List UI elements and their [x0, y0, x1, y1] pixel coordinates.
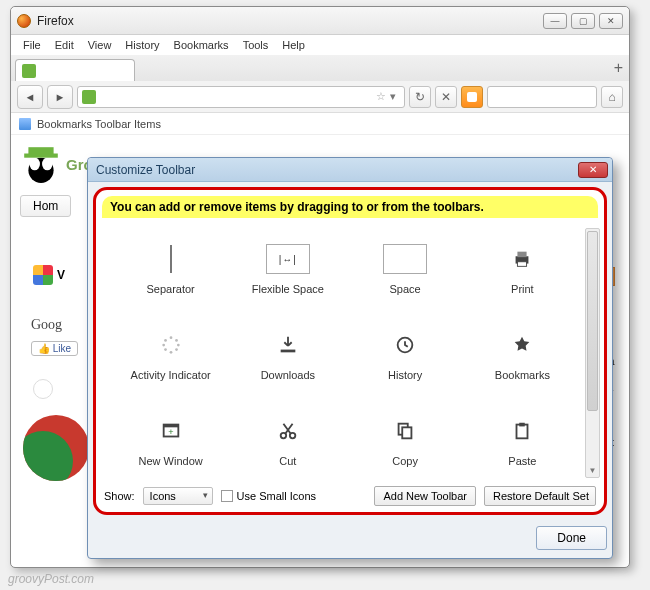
menu-help[interactable]: Help [276, 37, 311, 53]
history-icon [394, 334, 416, 356]
tab-active[interactable] [15, 59, 135, 81]
svg-point-8 [169, 336, 172, 339]
reddit-icon[interactable] [33, 379, 53, 399]
svg-rect-16 [281, 350, 296, 353]
download-icon [277, 334, 299, 356]
page-heading-fragment: Goog [31, 317, 62, 333]
bookmarks-toolbar-label: Bookmarks Toolbar Items [37, 118, 161, 130]
bookmarks-star-icon [511, 334, 533, 356]
nav-toolbar: ◄ ► ☆ ▾ ↻ ✕ ⌂ [11, 81, 629, 113]
svg-point-14 [162, 344, 165, 347]
item-flexible-space[interactable]: |↔| Flexible Space [229, 226, 346, 312]
firefox-icon [17, 14, 31, 28]
svg-point-9 [175, 339, 178, 342]
new-tab-button[interactable]: + [614, 59, 623, 77]
page-fragment-v: V [57, 268, 65, 282]
item-print[interactable]: Print [464, 226, 581, 312]
home-nav-button[interactable]: Hom [20, 195, 71, 217]
bookmarks-toolbar[interactable]: Bookmarks Toolbar Items [11, 113, 629, 135]
new-window-icon: + [160, 420, 182, 442]
svg-text:+: + [168, 427, 173, 437]
chrome-icon [23, 415, 89, 481]
space-icon [383, 244, 427, 274]
svg-point-2 [42, 158, 53, 171]
activity-icon [160, 334, 182, 356]
svg-rect-6 [518, 252, 527, 257]
print-icon [511, 248, 533, 270]
scroll-thumb[interactable] [587, 231, 598, 411]
dialog-footer: Done [93, 523, 607, 553]
bookmarks-icon [19, 118, 31, 130]
reload-button[interactable]: ↻ [409, 86, 431, 108]
highlight-annotation: You can add or remove items by dragging … [93, 187, 607, 515]
item-history[interactable]: History [347, 312, 464, 398]
stop-button[interactable]: ✕ [435, 86, 457, 108]
menu-file[interactable]: File [17, 37, 47, 53]
svg-point-10 [177, 344, 180, 347]
groovy-logo-icon [20, 143, 62, 185]
separator-icon [170, 245, 172, 273]
url-dropdown-icon[interactable]: ▾ [386, 90, 400, 103]
cut-icon [277, 420, 299, 442]
small-icons-checkbox[interactable] [221, 490, 233, 502]
restore-default-button[interactable]: Restore Default Set [484, 486, 596, 506]
tab-bar: + [11, 55, 629, 81]
menu-bookmarks[interactable]: Bookmarks [168, 37, 235, 53]
svg-point-15 [164, 339, 167, 342]
windows-icon [33, 265, 53, 285]
home-button[interactable]: ⌂ [601, 86, 623, 108]
svg-point-11 [175, 348, 178, 351]
item-space[interactable]: Space [347, 226, 464, 312]
show-select[interactable]: Icons [143, 487, 213, 505]
search-input[interactable] [487, 86, 597, 108]
menu-edit[interactable]: Edit [49, 37, 80, 53]
dialog-title: Customize Toolbar [92, 163, 195, 177]
watermark: groovyPost.com [8, 572, 94, 586]
dialog-close-button[interactable]: ✕ [578, 162, 608, 178]
done-button[interactable]: Done [536, 526, 607, 550]
copy-icon [394, 420, 416, 442]
item-activity-indicator[interactable]: Activity Indicator [112, 312, 229, 398]
item-copy[interactable]: Copy [347, 398, 464, 484]
dialog-titlebar[interactable]: Customize Toolbar ✕ [88, 158, 612, 182]
scroll-down-icon[interactable]: ▼ [587, 464, 598, 476]
item-bookmarks[interactable]: Bookmarks [464, 312, 581, 398]
item-separator[interactable]: Separator [112, 226, 229, 312]
menu-history[interactable]: History [119, 37, 165, 53]
toolbar-items-grid: Separator |↔| Flexible Space Space P [96, 222, 585, 488]
forward-button[interactable]: ► [47, 85, 73, 109]
add-new-toolbar-button[interactable]: Add New Toolbar [374, 486, 476, 506]
flexible-space-icon: |↔| [266, 244, 310, 274]
back-button[interactable]: ◄ [17, 85, 43, 109]
dialog-hint: You can add or remove items by dragging … [102, 196, 598, 218]
firefox-window: Firefox — ▢ ✕ File Edit View History Boo… [10, 6, 630, 568]
url-field[interactable]: ☆ ▾ [77, 86, 405, 108]
like-button[interactable]: 👍 Like [31, 341, 78, 356]
maximize-button[interactable]: ▢ [571, 13, 595, 29]
menu-view[interactable]: View [82, 37, 118, 53]
item-cut[interactable]: Cut [229, 398, 346, 484]
dialog-scrollbar[interactable]: ▼ [585, 228, 600, 478]
menu-tools[interactable]: Tools [237, 37, 275, 53]
minimize-button[interactable]: — [543, 13, 567, 29]
favicon-icon [22, 64, 36, 78]
item-new-window[interactable]: + New Window [112, 398, 229, 484]
svg-rect-25 [517, 425, 528, 439]
show-label: Show: [104, 490, 135, 502]
window-controls: — ▢ ✕ [543, 13, 629, 29]
search-engine-button[interactable] [461, 86, 483, 108]
item-downloads[interactable]: Downloads [229, 312, 346, 398]
menu-bar: File Edit View History Bookmarks Tools H… [11, 35, 629, 55]
paste-icon [511, 420, 533, 442]
svg-rect-7 [518, 262, 527, 267]
svg-rect-24 [402, 427, 411, 438]
customize-toolbar-dialog: Customize Toolbar ✕ You can add or remov… [87, 157, 613, 559]
close-button[interactable]: ✕ [599, 13, 623, 29]
titlebar[interactable]: Firefox — ▢ ✕ [11, 7, 629, 35]
svg-point-13 [164, 348, 167, 351]
url-favicon-icon [82, 90, 96, 104]
star-icon[interactable]: ☆ [376, 90, 386, 103]
svg-point-12 [169, 351, 172, 354]
dialog-options-row: Show: Icons Use Small Icons Add New Tool… [104, 486, 596, 506]
item-paste[interactable]: Paste [464, 398, 581, 484]
